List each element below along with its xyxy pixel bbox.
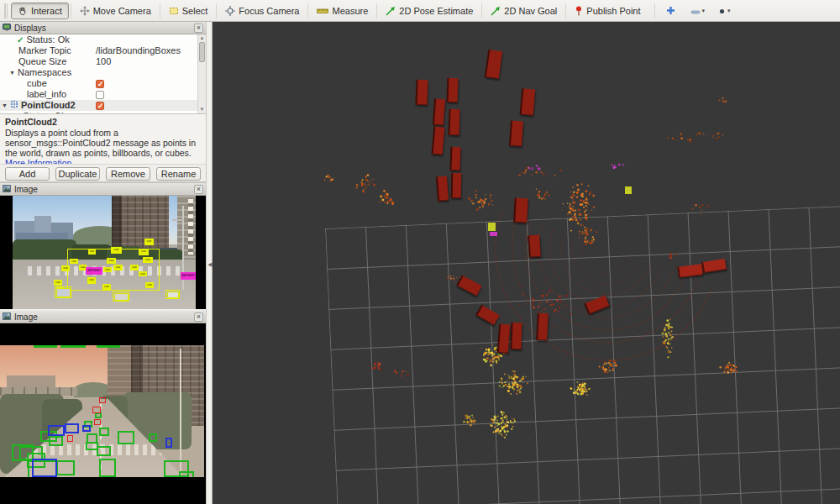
queue-size-value[interactable]: 100: [96, 56, 111, 67]
add-display-button[interactable]: Add: [5, 167, 50, 181]
tree-scrollbar-thumb[interactable]: [199, 42, 205, 62]
cluster-marker: [625, 186, 632, 194]
pose-estimate-arrow-icon: [386, 6, 396, 16]
tree-row-namespaces[interactable]: ▼Namespaces: [0, 67, 206, 78]
image-panel-1-close-button[interactable]: ×: [194, 185, 203, 194]
detection-box: [60, 345, 86, 348]
displays-panel-icon: [3, 24, 11, 33]
tree-row-cube[interactable]: cube: [0, 78, 206, 89]
traffic-photo-infrared: [0, 345, 204, 477]
tree-row-pointcloud2[interactable]: ▼ PointCloud2: [0, 100, 206, 111]
displays-panel-header[interactable]: Displays ×: [0, 22, 206, 34]
interact-tool-label: Interact: [31, 6, 62, 16]
tree-scrollbar[interactable]: ▲ ▼: [197, 34, 206, 113]
detection-label: car: [102, 284, 111, 290]
displays-panel-close-button[interactable]: ×: [194, 24, 203, 33]
pose-estimate-tool-button[interactable]: 2D Pose Estimate: [379, 3, 480, 19]
remove-tool-button[interactable]: ▾: [686, 3, 710, 19]
tree-row-marker-topic[interactable]: Marker Topic /lidarBoundingBoxes: [0, 45, 206, 56]
scroll-up-arrow-icon[interactable]: ▲: [199, 35, 205, 41]
detection-box: [92, 407, 101, 413]
remove-display-button[interactable]: Remove: [106, 167, 150, 181]
toolbar-separator: [481, 3, 482, 18]
label-info-checkbox[interactable]: [96, 91, 104, 99]
detection-box: [167, 291, 179, 298]
lidar-bounding-box: [513, 198, 528, 223]
publish-point-tool-button[interactable]: Publish Point: [568, 3, 647, 19]
lidar-bounding-box: [485, 50, 502, 79]
add-tool-button[interactable]: [662, 3, 680, 19]
marker-topic-value[interactable]: /lidarBoundingBoxes: [96, 45, 181, 56]
rename-display-button[interactable]: Rename: [156, 167, 201, 181]
image-panel-2-header[interactable]: Image ×: [0, 311, 206, 323]
tree-row-status[interactable]: ✓Status: Ok: [0, 34, 206, 45]
lidar-bounding-box: [475, 305, 500, 326]
tree-row-status-partial[interactable]: ✓Status: Ok: [0, 111, 206, 114]
lidar-bounding-box: [432, 126, 445, 155]
move-camera-tool-button[interactable]: Move Camera: [73, 3, 158, 19]
3d-viewport[interactable]: [213, 22, 840, 504]
lidar-bounding-box: [446, 78, 458, 102]
lidar-bounding-box: [448, 109, 459, 135]
publish-point-tool-label: Publish Point: [586, 6, 640, 16]
detection-label: car: [87, 277, 96, 284]
cube-checkbox[interactable]: [96, 80, 104, 88]
detection-label: car: [143, 257, 153, 263]
detection-label: car: [113, 265, 123, 270]
image-panel-2-close-button[interactable]: ×: [194, 312, 203, 322]
nav-goal-tool-button[interactable]: 2D Nav Goal: [484, 3, 564, 19]
lidar-bounding-box: [509, 121, 523, 147]
displays-tree: ✓Status: Ok Marker Topic /lidarBoundingB…: [0, 34, 206, 114]
lidar-bounding-box: [677, 264, 702, 277]
detection-label: car: [61, 265, 70, 271]
toolbar: Interact Move Camera Select Focus Camera: [0, 0, 840, 22]
cluster-marker: [490, 232, 497, 236]
panel-splitter[interactable]: ◀: [206, 22, 213, 504]
camera-image-infrared: [0, 323, 206, 504]
more-information-link[interactable]: More Information.: [5, 158, 74, 165]
select-tool-button[interactable]: Select: [162, 3, 215, 19]
tree-row-label-info[interactable]: label_info: [0, 89, 206, 100]
displays-panel-title: Displays: [14, 24, 46, 33]
nav-goal-tool-label: 2D Nav Goal: [504, 6, 557, 16]
displays-panel: Displays × ✓Status: Ok Marker Topic /lid…: [0, 22, 206, 183]
move-camera-icon: [80, 6, 90, 16]
lidar-bounding-box: [433, 99, 445, 126]
detection-box: [56, 460, 75, 475]
detection-box: [82, 425, 91, 432]
description-title: PointCloud2: [5, 117, 201, 127]
rviz-window: Interact Move Camera Select Focus Camera: [0, 0, 840, 504]
detection-box: [97, 446, 111, 456]
expander-icon[interactable]: ▼: [2, 100, 8, 111]
expander-icon[interactable]: ▼: [9, 67, 15, 78]
image-panel-1-title: Image: [14, 185, 38, 194]
display-description: PointCloud2Displays a point cloud from a…: [0, 114, 206, 165]
pose-estimate-tool-label: 2D Pose Estimate: [399, 6, 473, 16]
duplicate-display-button[interactable]: Duplicate: [55, 167, 100, 181]
tree-row-label: cube: [27, 78, 47, 89]
measure-tool-label: Measure: [332, 6, 368, 16]
focus-camera-tool-button[interactable]: Focus Camera: [218, 3, 306, 19]
lidar-bounding-box: [536, 313, 549, 341]
measure-tool-button[interactable]: Measure: [310, 3, 375, 19]
tree-row-queue-size[interactable]: Queue Size 100: [0, 56, 206, 67]
pointcloud2-checkbox[interactable]: [96, 102, 104, 110]
tree-row-label: Status: Ok: [23, 111, 66, 114]
status-ok-check-icon: ✓: [13, 111, 20, 114]
remove-tool-minus-icon: [690, 3, 701, 18]
detection-box: [56, 288, 71, 297]
image-panel-1-header[interactable]: Image ×: [0, 183, 206, 196]
detection-label: car: [88, 249, 96, 255]
interact-tool-button[interactable]: Interact: [11, 3, 69, 19]
lidar-bounding-box: [520, 88, 536, 115]
tool-properties-button[interactable]: ▾: [714, 3, 735, 19]
pointcloud2-icon: [10, 100, 18, 111]
interact-hand-icon: [18, 6, 28, 16]
tree-row-label: Status: Ok: [26, 34, 69, 45]
detection-label: car: [103, 267, 112, 272]
traffic-photo-day: carcarcarcarcarcarcarcarcarcarcarcarcarc…: [13, 196, 196, 309]
scroll-down-arrow-icon[interactable]: ▼: [199, 107, 205, 113]
detection-box: [32, 459, 57, 477]
toolbar-drag-handle[interactable]: [4, 3, 8, 18]
detection-label: car: [111, 247, 122, 254]
